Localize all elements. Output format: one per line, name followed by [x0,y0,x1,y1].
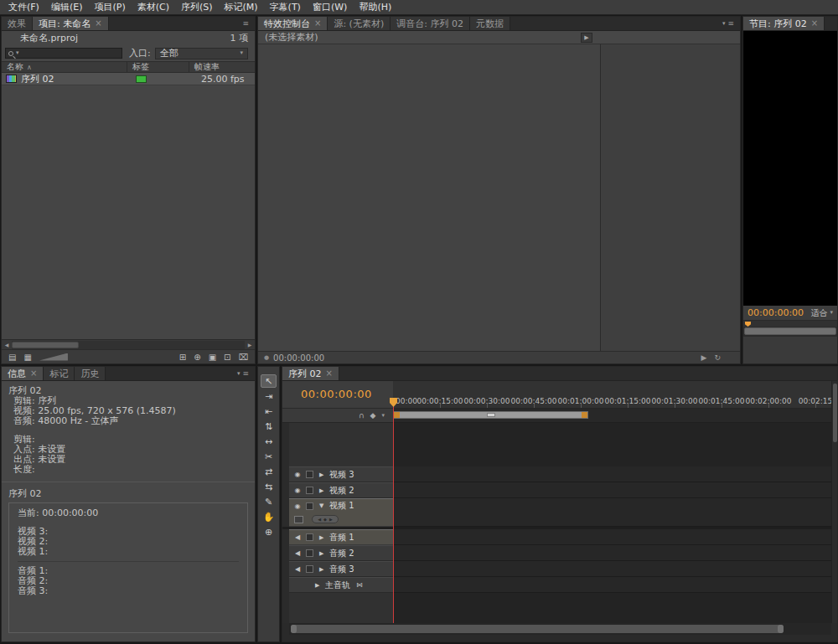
keyframe-icon[interactable]: ◆ [323,517,327,522]
scrollbar-thumb[interactable] [12,342,79,348]
eye-icon[interactable]: ◉ [292,502,303,510]
zoom-level-select[interactable]: 适合 ▾ [810,307,833,319]
menu-file[interactable]: 文件(F) [3,0,45,15]
track-header[interactable]: ◉ ▶ 视频 3 [289,466,393,482]
slide-tool[interactable]: ⇆ [261,480,277,493]
close-icon[interactable]: × [811,19,818,28]
track-header[interactable]: ◀ ▶ 音频 3 [289,561,393,577]
track-header[interactable]: ◀ ▶ 音频 2 [289,545,393,561]
close-icon[interactable]: × [95,19,101,28]
column-header-name[interactable]: 名称 ∧ [2,62,127,72]
track-content[interactable] [393,466,831,482]
track-lock-toggle[interactable] [306,565,313,573]
collapse-icon[interactable]: ▶ [319,487,326,494]
menu-edit[interactable]: 编辑(E) [45,0,89,15]
icon-view-button[interactable]: ▦ [23,353,31,362]
tab-sequence-02[interactable]: 序列 02 × [282,367,339,380]
collapse-icon[interactable]: ▶ [319,471,326,478]
hand-tool[interactable]: ✋ [261,510,277,523]
program-scrollbar[interactable] [743,327,837,337]
marker-dropdown-icon[interactable]: ▾ [381,413,385,419]
set-display-style-icon[interactable] [294,516,303,523]
tab-markers[interactable]: 标记 [44,367,75,380]
menu-sequence[interactable]: 序列(S) [175,0,219,15]
track-content[interactable] [393,529,831,545]
collapse-icon[interactable]: ▶ [319,550,326,557]
track-header[interactable]: ◀ ▶ 音频 1 [289,529,393,545]
tab-audio-mixer[interactable]: 调音台: 序列 02 [391,17,470,30]
work-area-grip[interactable] [487,413,495,417]
new-item-button[interactable]: ⊡ [224,353,230,362]
selection-tool[interactable]: ↖ [261,374,277,388]
playhead[interactable] [393,398,394,623]
track-header[interactable]: ▶ 主音轨 ⋈ [289,577,393,593]
panel-menu-icon[interactable]: ≡ [236,17,255,30]
column-header-label[interactable]: 标签 [127,62,189,72]
track-content[interactable] [393,545,831,561]
program-timecode[interactable]: 00:00:00:00 [747,307,804,318]
work-area-strip[interactable] [393,409,831,423]
track-lock-toggle[interactable] [306,533,313,541]
eye-icon[interactable]: ◉ [292,487,303,494]
collapse-icon[interactable]: ▼ [319,502,326,509]
collapse-icon[interactable]: ▶ [319,566,326,573]
speaker-icon[interactable]: ◀ [292,549,303,557]
eye-icon[interactable]: ◉ [292,471,303,478]
menu-help[interactable]: 帮助(H) [353,0,397,15]
track-select-tool[interactable]: ⇥ [261,389,277,403]
timeline-timecode[interactable]: 00:00:00:00 [301,388,372,400]
pen-tool[interactable]: ✎ [261,495,277,508]
track-content[interactable] [393,498,831,527]
track-content[interactable] [393,561,831,577]
time-ruler[interactable]: 00:00 00:00:15:00 00:00:30:00 00:00:45:0… [393,381,831,409]
show-keyframes-icon[interactable]: ⋈ [356,581,363,589]
zoom-slider[interactable] [39,353,68,361]
zoom-tool[interactable]: ⊕ [261,525,277,538]
label-color-swatch[interactable] [136,75,147,83]
tab-metadata[interactable]: 元数据 [470,17,510,30]
scroll-right-icon[interactable]: ▶ [245,342,255,348]
tab-effects[interactable]: 效果 [2,17,33,30]
timeline-vscrollbar[interactable] [831,381,837,623]
collapse-icon[interactable]: ▶ [319,534,326,541]
tab-source-monitor[interactable]: 源: (无素材) [328,17,391,30]
scrollbar-thumb[interactable] [833,384,837,442]
keyframe-nav-control[interactable]: ◀ ◆ ▶ [312,515,339,523]
work-area-end-handle[interactable] [582,412,587,418]
clear-button[interactable]: ⌧ [238,353,248,362]
column-header-framerate[interactable]: 帧速率 [189,62,255,72]
speaker-icon[interactable]: ◀ [292,533,303,541]
track-content[interactable] [393,482,831,498]
scrollbar-thumb[interactable] [744,327,836,335]
tab-project[interactable]: 项目: 未命名 × [33,17,109,30]
menu-title[interactable]: 字幕(T) [264,0,307,15]
menu-clip[interactable]: 素材(C) [132,0,175,15]
track-header[interactable]: ◉ ▼ 视频 1 ◀ ◆ ▶ [289,498,393,527]
tab-effect-controls[interactable]: 特效控制台 × [258,17,328,30]
loop-icon[interactable]: ↻ [714,353,721,362]
project-hscrollbar[interactable]: ◀ ▶ [2,339,255,349]
track-lock-toggle[interactable] [306,487,313,494]
rolling-edit-tool[interactable]: ⇅ [261,420,277,433]
list-view-button[interactable]: ▤ [8,353,16,362]
search-input[interactable]: ▾ [5,48,122,59]
program-scrubber[interactable] [743,320,837,327]
effect-controls-timecode[interactable]: 00:00:00:00 [273,353,324,363]
show-timeline-view-button[interactable]: ▶ [581,33,592,43]
rate-stretch-tool[interactable]: ↔ [261,435,277,448]
automate-to-sequence-button[interactable]: ⊞ [179,353,186,362]
menu-window[interactable]: 窗口(W) [307,0,353,15]
panel-menu-icon[interactable]: ▾ ≡ [716,17,740,30]
track-lock-toggle[interactable] [306,502,313,510]
scrollbar-thumb[interactable] [291,625,784,633]
collapse-icon[interactable]: ▶ [315,582,322,589]
prev-keyframe-icon[interactable]: ◀ [318,517,321,522]
search-dropdown-icon[interactable]: ▾ [16,50,19,56]
close-icon[interactable]: × [30,369,37,378]
slip-tool[interactable]: ⇄ [261,465,277,478]
tab-info[interactable]: 信息 × [2,367,44,380]
find-button[interactable]: ⊕ [194,353,200,362]
track-header[interactable]: ◉ ▶ 视频 2 [289,482,393,498]
next-keyframe-icon[interactable]: ▶ [329,517,333,522]
tab-program[interactable]: 节目: 序列 02 × [743,17,825,30]
